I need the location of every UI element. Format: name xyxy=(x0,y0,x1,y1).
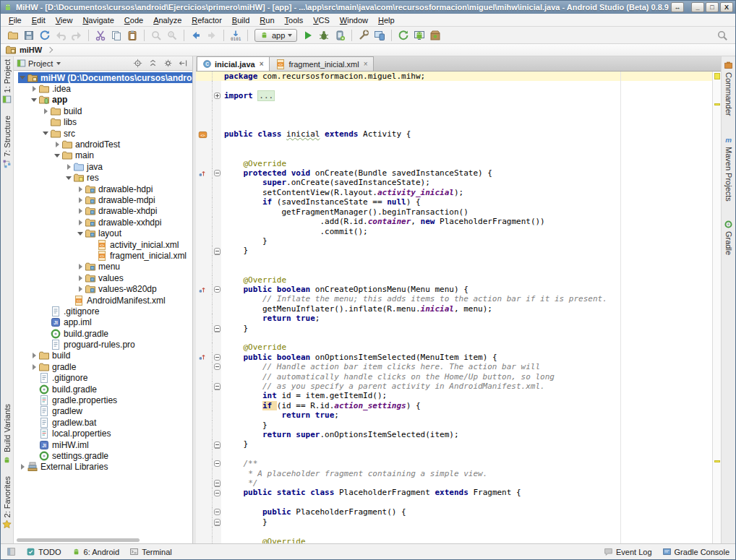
collapse-all-button[interactable] xyxy=(146,58,159,69)
menu-edit[interactable]: Edit xyxy=(27,15,51,25)
tool-button-maven-projects[interactable]: mMaven Projects xyxy=(724,135,733,202)
project-view-dropdown-icon[interactable] xyxy=(56,62,61,65)
back-button[interactable] xyxy=(188,28,204,43)
project-panel-title[interactable]: Project xyxy=(28,59,53,68)
tree-expand-icon[interactable] xyxy=(76,218,85,227)
tree-row-app-iml[interactable]: JIapp.iml xyxy=(14,317,192,328)
avd-manager-button[interactable] xyxy=(372,28,388,43)
override-icon[interactable] xyxy=(198,353,207,361)
status-6-android[interactable]: 6: Android xyxy=(72,547,120,556)
tree-row-external-libraries[interactable]: External Libraries xyxy=(14,462,192,473)
tree-expand-icon[interactable] xyxy=(30,95,38,104)
tree-row-fragment-inicial-xml[interactable]: <>fragment_inicial.xml xyxy=(14,250,192,261)
toolwindow-toggle-icon[interactable] xyxy=(7,547,16,556)
search-icon[interactable] xyxy=(716,30,728,41)
code-line-48[interactable] xyxy=(196,527,721,536)
code-line-18[interactable]: } xyxy=(196,236,721,246)
override-icon[interactable] xyxy=(198,285,207,294)
run-configuration-select[interactable]: app xyxy=(254,29,297,42)
resize-button[interactable]: ↔ xyxy=(671,2,684,12)
tool-button-1-project[interactable]: 1: Project xyxy=(2,59,12,104)
tree-row-menu[interactable]: menu xyxy=(14,262,192,272)
fold-marker[interactable] xyxy=(212,353,221,362)
menu-refactor[interactable]: Refactor xyxy=(187,15,227,25)
tree-expand-icon[interactable] xyxy=(76,229,85,238)
tree-row-libs[interactable]: libs xyxy=(14,117,192,128)
menu-view[interactable]: View xyxy=(51,15,78,25)
code-line-1[interactable]: package com.recursosformacion.miguel.mih… xyxy=(196,72,721,81)
tree-row-mihw-d-documentos-cursos-android-ejercic[interactable]: miHW (D:\Documentos\cursos\android\Ejerc… xyxy=(14,72,192,83)
code-line-38[interactable]: return super.onOptionsItemSelected(item)… xyxy=(196,430,721,439)
code-line-21[interactable] xyxy=(196,265,721,275)
code-line-19[interactable]: } xyxy=(196,246,721,255)
code-line-15[interactable]: getFragmentManager().beginTransaction() xyxy=(196,207,721,217)
tree-row-layout[interactable]: layout xyxy=(14,228,192,238)
tree-row-drawable-xxhdpi[interactable]: drawable-xxhdpi xyxy=(14,217,192,228)
code-line-26[interactable]: return true; xyxy=(196,314,721,323)
menu-file[interactable]: File xyxy=(4,15,27,25)
tree-row-drawable-mdpi[interactable]: drawable-mdpi xyxy=(14,194,192,205)
fold-marker[interactable] xyxy=(212,439,221,449)
tree-expand-icon[interactable] xyxy=(64,163,73,171)
code-line-28[interactable] xyxy=(196,333,721,343)
code-line-10[interactable]: @Override xyxy=(196,159,721,168)
tree-row-res[interactable]: res xyxy=(14,173,192,184)
fold-marker[interactable] xyxy=(212,459,221,468)
code-line-45[interactable] xyxy=(196,498,721,507)
close-tab-icon[interactable]: × xyxy=(260,60,264,68)
code-line-34[interactable]: int id = item.getItemId(); xyxy=(196,391,721,400)
breadcrumb[interactable]: miHW xyxy=(20,46,42,54)
code-line-40[interactable] xyxy=(196,449,721,459)
tree-row-activity-inicial-xml[interactable]: <>activity_inicial.xml xyxy=(14,239,192,250)
hide-panel-button[interactable] xyxy=(176,58,189,69)
menu-tools[interactable]: Tools xyxy=(280,15,309,25)
code-line-37[interactable]: } xyxy=(196,421,721,430)
title-bar[interactable]: MiHW - [D:\Documentos\cursos\android\Eje… xyxy=(1,1,735,14)
tree-row--gitignore[interactable]: .gitignore xyxy=(14,373,192,384)
code-line-29[interactable]: @Override xyxy=(196,343,721,352)
tree-expand-icon[interactable] xyxy=(53,140,61,149)
attach-debugger-button[interactable] xyxy=(332,28,348,43)
synchronize-button[interactable] xyxy=(37,28,53,43)
code-line-20[interactable] xyxy=(196,256,721,265)
code-line-44[interactable]: public static class PlaceholderFragment … xyxy=(196,488,721,497)
code-line-49[interactable]: @Override xyxy=(196,537,721,544)
tree-row-gradlew[interactable]: gradlew xyxy=(14,406,192,417)
maximize-button[interactable]: □ xyxy=(706,2,719,12)
tree-row--idea[interactable]: .idea xyxy=(14,83,192,94)
code-line-43[interactable]: */ xyxy=(196,478,721,488)
make-project-button[interactable]: 0101 xyxy=(228,28,244,43)
device-monitor-button[interactable] xyxy=(411,28,427,43)
tree-row-build-gradle[interactable]: build.gradle xyxy=(14,328,192,339)
code-line-4[interactable] xyxy=(196,100,721,110)
fold-marker[interactable] xyxy=(212,362,221,371)
warning-marker[interactable] xyxy=(714,103,720,105)
tree-row-androidtest[interactable]: androidTest xyxy=(14,139,192,150)
close-button[interactable]: X xyxy=(720,2,733,12)
code-line-30[interactable]: public boolean onOptionsItemSelected(Men… xyxy=(196,353,721,362)
tree-expand-icon[interactable] xyxy=(76,185,85,194)
fold-marker[interactable] xyxy=(212,382,221,391)
paste-button[interactable] xyxy=(124,28,140,43)
fold-marker[interactable] xyxy=(212,91,221,100)
tree-expand-icon[interactable] xyxy=(30,351,38,360)
fold-marker[interactable] xyxy=(212,285,221,294)
code-line-3[interactable]: import ... xyxy=(196,91,721,100)
code-line-27[interactable]: } xyxy=(196,324,721,333)
fold-marker[interactable] xyxy=(212,517,221,527)
code-line-35[interactable]: if (id == R.id.action_settings) { xyxy=(196,401,721,410)
tree-row-values[interactable]: values xyxy=(14,272,192,283)
tree-row-values-w820dp[interactable]: values-w820dp xyxy=(14,283,192,294)
save-all-button[interactable] xyxy=(21,28,37,43)
code-line-16[interactable]: .add(R.id.container, new PlaceholderFrag… xyxy=(196,217,721,226)
goto-related-icon[interactable]: <> xyxy=(198,130,207,139)
tree-row-drawable-xhdpi[interactable]: drawable-xhdpi xyxy=(14,206,192,217)
tree-row-src[interactable]: src xyxy=(14,128,192,139)
tree-expand-icon[interactable] xyxy=(76,196,85,204)
menu-vcs[interactable]: VCS xyxy=(308,15,335,25)
code-line-32[interactable]: // automatically handle clicks on the Ho… xyxy=(196,372,721,382)
code-line-12[interactable]: super.onCreate(savedInstanceState); xyxy=(196,178,721,187)
code-editor[interactable]: package com.recursosformacion.miguel.mih… xyxy=(196,72,721,543)
tree-row-proguard-rules-pro[interactable]: proguard-rules.pro xyxy=(14,339,192,350)
error-stripe[interactable] xyxy=(712,72,721,543)
